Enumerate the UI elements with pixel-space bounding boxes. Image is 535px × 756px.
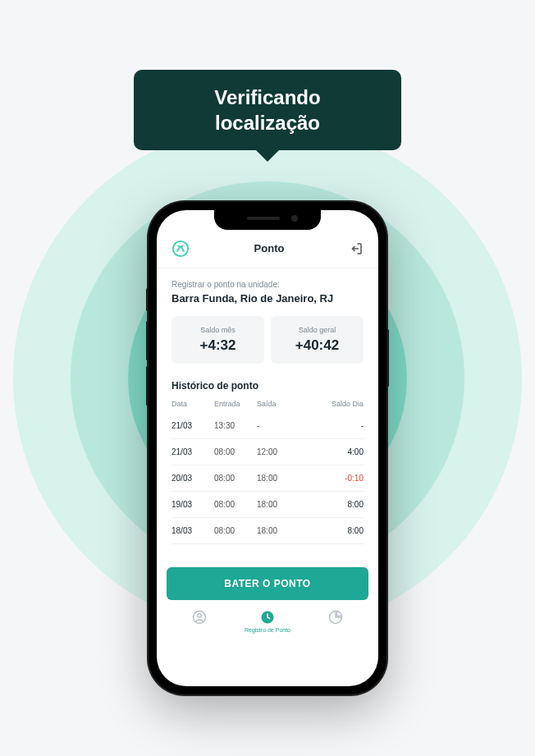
table-row: 21/0313:30-- [171,413,364,439]
location-subtitle: Registrar o ponto na unidade: [171,280,364,289]
location-name: Barra Funda, Rio de Janeiro, RJ [171,292,364,305]
history-title: Histórico de ponto [171,380,364,392]
cell-saldo: -0:10 [300,474,364,483]
cell-entrada: 08:00 [214,474,257,483]
phone-frame: Ponto Registrar o ponto na unidade: Barr… [149,202,386,694]
phone-screen: Ponto Registrar o ponto na unidade: Barr… [157,210,378,686]
chart-icon [328,610,343,625]
nav-clock-label: Registro de Ponto [245,627,290,633]
cell-saida: - [257,421,300,430]
page-title: Ponto [254,242,285,254]
nav-profile[interactable] [192,610,207,625]
cell-saida: 12:00 [257,447,300,456]
cell-date: 19/03 [171,500,214,509]
header-date: Data [171,400,214,408]
clock-icon [260,610,275,625]
history-rows: 21/0313:30--21/0308:0012:004:0020/0308:0… [171,413,364,544]
balance-month-value: +4:32 [180,337,256,354]
exit-icon[interactable] [349,241,364,256]
cell-entrada: 08:00 [214,447,257,456]
balance-total-card: Saldo geral +40:42 [271,316,364,364]
balance-month-label: Saldo mês [180,326,256,334]
table-row: 19/0308:0018:008:00 [171,492,364,518]
cell-date: 21/03 [171,421,214,430]
nav-clock[interactable]: Registro de Ponto [245,610,290,633]
location-tooltip: Verificando localização [134,70,401,150]
logo-icon [171,240,190,258]
clock-in-button[interactable]: BATER O PONTO [167,567,368,600]
header-saldo: Saldo Dia [300,400,364,408]
cell-entrada: 13:30 [214,421,257,430]
cell-date: 20/03 [171,474,214,483]
nav-reports[interactable] [328,610,343,625]
table-row: 21/0308:0012:004:00 [171,439,364,465]
cell-saldo: 4:00 [300,447,364,456]
cell-date: 21/03 [171,447,214,456]
header-saida: Saída [257,400,300,408]
cell-saida: 18:00 [257,500,300,509]
header-entrada: Entrada [214,400,257,408]
table-header: Data Entrada Saída Saldo Dia [171,400,364,413]
cell-saldo: 8:00 [300,526,364,535]
balance-row: Saldo mês +4:32 Saldo geral +40:42 [171,316,364,364]
balance-total-value: +40:42 [279,337,355,354]
cell-saldo: - [300,421,364,430]
table-row: 20/0308:0018:00-0:10 [171,465,364,492]
cell-saida: 18:00 [257,474,300,483]
svg-point-2 [198,613,202,617]
svg-point-0 [173,241,188,255]
cell-saida: 18:00 [257,526,300,535]
profile-icon [192,610,207,625]
phone-notch [214,210,321,230]
balance-month-card: Saldo mês +4:32 [171,316,264,364]
main-content: Registrar o ponto na unidade: Barra Fund… [157,268,378,556]
balance-total-label: Saldo geral [279,326,355,334]
cell-entrada: 08:00 [214,526,257,535]
cell-saldo: 8:00 [300,500,364,509]
cell-date: 18/03 [171,526,214,535]
bottom-nav: Registro de Ponto [157,605,378,644]
cell-entrada: 08:00 [214,500,257,509]
table-row: 18/0308:0018:008:00 [171,518,364,544]
